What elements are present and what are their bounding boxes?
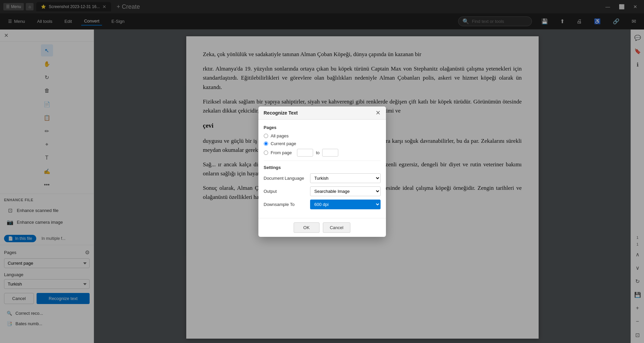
output-row: Output Searchable Image Editable Text Cl…	[264, 186, 381, 196]
downsample-row: Downsample To 600 dpi 300 dpi 150 dpi 72…	[264, 200, 381, 209]
modal-ok-btn[interactable]: OK	[294, 222, 319, 233]
output-select[interactable]: Searchable Image Editable Text ClearScan	[310, 186, 381, 196]
radio-from-page-row: From page to	[264, 149, 381, 157]
all-pages-label: All pages	[271, 133, 289, 138]
modal-footer: OK Cancel	[258, 218, 386, 237]
to-label: to	[316, 150, 319, 155]
doc-language-row: Document Language Turkish English German…	[264, 173, 381, 183]
from-page-input[interactable]	[297, 149, 313, 157]
modal-divider	[264, 161, 381, 161]
to-page-input[interactable]	[322, 149, 338, 157]
recognize-text-modal: Recognize Text ✕ Pages All pages Current…	[258, 106, 386, 237]
current-page-radio[interactable]	[264, 141, 268, 146]
from-page-radio[interactable]	[264, 151, 268, 155]
doc-language-select[interactable]: Turkish English German French	[310, 173, 381, 183]
doc-language-field-label: Document Language	[264, 176, 307, 181]
modal-cancel-btn[interactable]: Cancel	[323, 222, 350, 233]
modal-title-bar: Recognize Text ✕	[258, 106, 386, 120]
modal-title: Recognize Text	[264, 110, 298, 116]
radio-all-pages-row: All pages	[264, 133, 381, 138]
downsample-select[interactable]: 600 dpi 300 dpi 150 dpi 72 dpi	[310, 200, 381, 209]
downsample-field-label: Downsample To	[264, 202, 307, 207]
output-field-label: Output	[264, 189, 307, 194]
from-page-label: From page	[271, 150, 292, 155]
radio-current-page-row: Current page	[264, 141, 381, 146]
all-pages-radio[interactable]	[264, 134, 268, 138]
modal-close-btn[interactable]: ✕	[376, 110, 381, 116]
modal-body: Pages All pages Current page From page t…	[258, 120, 386, 218]
modal-pages-label: Pages	[264, 125, 381, 130]
current-page-label: Current page	[271, 141, 296, 146]
settings-label: Settings	[264, 165, 381, 170]
modal-overlay: Recognize Text ✕ Pages All pages Current…	[0, 0, 644, 343]
